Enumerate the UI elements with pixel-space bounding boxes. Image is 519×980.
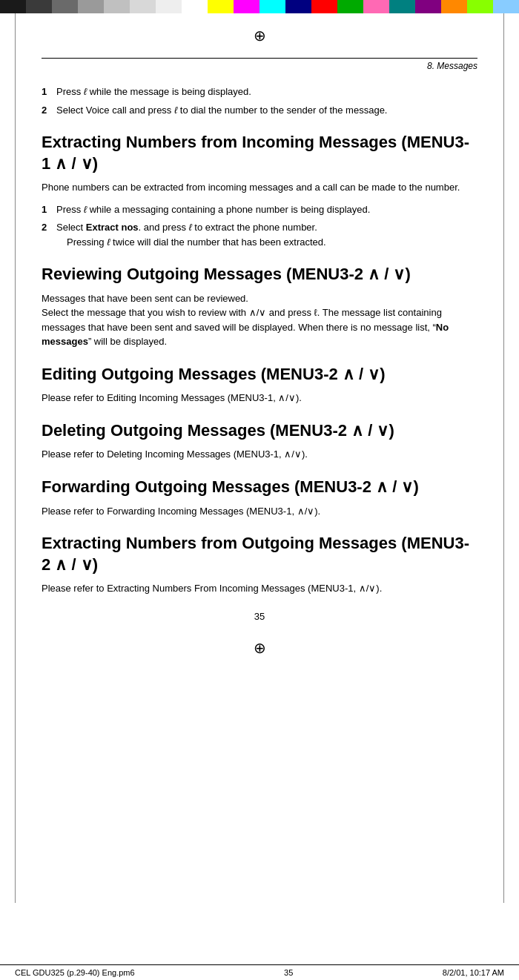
footer-right: 8/2/01, 10:17 AM [443, 968, 504, 977]
ei-item-1-num: 1 [42, 202, 55, 217]
ei-item-2-sub: Pressing ℓ twice will dial the number th… [56, 236, 326, 248]
footer: CEL GDU325 (p.29-40) Eng.pm6 35 8/2/01, … [0, 964, 519, 980]
extract-nos-label: Extract nos [86, 222, 139, 233]
intro-list-item-1: 1 Press ℓ while the message is being dis… [42, 85, 477, 99]
color-block-cyan [260, 0, 285, 13]
crosshair-top-icon: ⊕ [254, 27, 266, 44]
section-heading-extracting-incoming: Extracting Numbers from Incoming Message… [42, 132, 477, 174]
ei-item-1-text: Press ℓ while a messaging containing a p… [56, 202, 477, 217]
arrow-icon-1: ℓ [84, 86, 87, 97]
footer-left: CEL GDU325 (p.29-40) Eng.pm6 [15, 968, 135, 977]
section-desc-extracting-incoming: Phone numbers can be extracted from inco… [42, 180, 477, 195]
color-block-7 [156, 0, 182, 13]
color-block-3 [52, 0, 78, 13]
color-block-8 [182, 0, 208, 13]
bottom-crosshair-area: ⊕ [42, 629, 477, 666]
top-color-bar [0, 0, 519, 13]
intro-item-2-text: Select Voice call and press ℓ to dial th… [56, 103, 477, 118]
arrow-icon-ei1: ℓ [84, 204, 87, 215]
intro-item-1-text: Press ℓ while the message is being displ… [56, 85, 477, 99]
color-block-yellow [208, 0, 234, 13]
top-crosshair-area: ⊕ [42, 13, 477, 58]
arrow-icon-ei2: ℓ [189, 222, 192, 233]
section-heading-reviewing: Reviewing Outgoing Messages (MENU3-2 ∧ /… [42, 264, 477, 285]
intro-list-item-2: 2 Select Voice call and press ℓ to dial … [42, 103, 477, 118]
ei-item-2-num: 2 [42, 220, 55, 249]
section-label: 8. Messages [427, 61, 477, 71]
color-block-green [337, 0, 363, 13]
page-number-area: 35 [42, 611, 477, 622]
color-block-pink [363, 0, 389, 13]
no-messages-label: No messages [42, 322, 449, 348]
footer-center: 35 [284, 968, 293, 977]
color-block-purple [415, 0, 441, 13]
intro-list: 1 Press ℓ while the message is being dis… [42, 85, 477, 117]
extracting-incoming-list: 1 Press ℓ while a messaging containing a… [42, 202, 477, 250]
color-block-magenta [234, 0, 260, 13]
page-header: 8. Messages [42, 58, 477, 77]
arrow-icon-2: ℓ [174, 105, 177, 116]
main-wrapper: ⊕ 8. Messages 1 Press ℓ while the messag… [15, 13, 504, 903]
color-block-4 [78, 0, 104, 13]
ei-item-2-text: Select Extract nos. and press ℓ to extra… [56, 220, 477, 249]
color-block-5 [104, 0, 130, 13]
extracting-incoming-item-1: 1 Press ℓ while a messaging containing a… [42, 202, 477, 217]
section-desc-reviewing: Messages that have been sent can be revi… [42, 291, 477, 349]
section-heading-forwarding: Forwarding Outgoing Messages (MENU3-2 ∧ … [42, 477, 477, 498]
color-block-red [311, 0, 337, 13]
intro-item-2-num: 2 [42, 103, 55, 118]
arrow-icon-ei2b: ℓ [107, 236, 110, 248]
section-desc-extracting-outgoing: Please refer to Extracting Numbers From … [42, 581, 477, 596]
color-block-6 [130, 0, 156, 13]
color-block-sky [493, 0, 519, 13]
crosshair-bottom-icon: ⊕ [254, 639, 266, 657]
section-heading-extracting-outgoing: Extracting Numbers from Outgoing Message… [42, 533, 477, 575]
color-block-teal [389, 0, 415, 13]
extracting-incoming-item-2: 2 Select Extract nos. and press ℓ to ext… [42, 220, 477, 249]
section-desc-editing: Please refer to Editing Incoming Message… [42, 391, 477, 405]
color-block-lime [467, 0, 493, 13]
intro-item-1-num: 1 [42, 85, 55, 99]
page-number: 35 [254, 611, 265, 622]
color-block-1 [0, 0, 26, 13]
section-desc-deleting: Please refer to Deleting Incoming Messag… [42, 447, 477, 462]
color-block-orange [441, 0, 467, 13]
section-desc-forwarding: Please refer to Forwarding Incoming Mess… [42, 504, 477, 519]
color-block-2 [26, 0, 52, 13]
color-block-darkblue [285, 0, 311, 13]
section-heading-editing: Editing Outgoing Messages (MENU3-2 ∧ / ∨… [42, 364, 477, 385]
section-heading-deleting: Deleting Outgoing Messages (MENU3-2 ∧ / … [42, 420, 477, 442]
